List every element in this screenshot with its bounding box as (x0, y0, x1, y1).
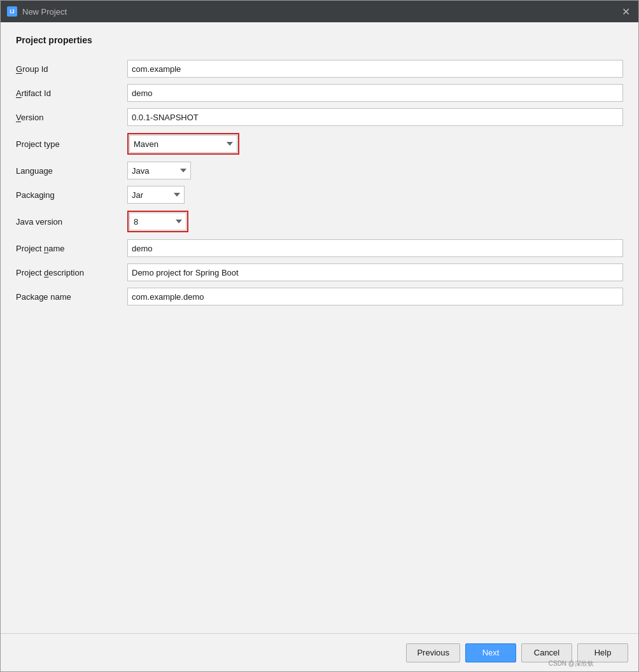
language-select[interactable]: Java Kotlin Groovy (127, 162, 191, 179)
package-name-label: Package name (16, 292, 127, 302)
watermark: CSDN @深欣钦 (549, 659, 594, 668)
package-name-input[interactable] (127, 288, 623, 305)
close-button[interactable]: ✕ (619, 5, 632, 18)
dialog-title: New Project (22, 7, 67, 17)
title-bar: IJ New Project ✕ (1, 1, 638, 22)
project-description-label: Project description (16, 268, 127, 277)
app-icon: IJ (7, 6, 17, 17)
java-version-label: Java version (16, 217, 127, 227)
content-area: Project properties Group Id Artifact Id … (1, 22, 638, 633)
package-name-row: Package name (16, 284, 623, 309)
packaging-select[interactable]: Jar War (127, 186, 185, 204)
group-id-label: Group Id (16, 64, 127, 74)
language-label: Language (16, 166, 127, 176)
java-version-row: Java version 8 11 17 21 (16, 208, 623, 235)
project-type-highlight: Maven Gradle (127, 133, 239, 155)
language-row: Language Java Kotlin Groovy (16, 158, 623, 183)
version-label: Version (16, 113, 127, 122)
java-version-highlight: 8 11 17 21 (127, 211, 188, 232)
project-type-label: Project type (16, 139, 127, 149)
java-version-select[interactable]: 8 11 17 21 (129, 213, 186, 230)
packaging-row: Packaging Jar War (16, 183, 623, 207)
previous-button[interactable]: Previous (406, 643, 460, 662)
project-description-input[interactable] (127, 263, 623, 281)
new-project-dialog: IJ New Project ✕ Project properties Grou… (0, 0, 639, 672)
artifact-id-input[interactable] (127, 84, 623, 102)
form-grid: Group Id Artifact Id Version (16, 57, 623, 309)
group-id-row: Group Id (16, 57, 623, 81)
footer-bar: Previous Next Cancel Help (1, 633, 638, 671)
artifact-id-label: Artifact Id (16, 88, 127, 98)
project-type-select[interactable]: Maven Gradle (129, 135, 237, 153)
packaging-label: Packaging (16, 190, 127, 200)
version-input[interactable] (127, 108, 623, 126)
project-type-row: Project type Maven Gradle (16, 130, 623, 157)
project-name-row: Project name (16, 236, 623, 260)
project-name-label: Project name (16, 244, 127, 253)
artifact-id-row: Artifact Id (16, 81, 623, 105)
project-description-row: Project description (16, 260, 623, 284)
next-button[interactable]: Next (465, 643, 516, 662)
project-name-input[interactable] (127, 239, 623, 257)
group-id-input[interactable] (127, 60, 623, 78)
version-row: Version (16, 105, 623, 129)
section-title: Project properties (16, 35, 623, 45)
title-bar-left: IJ New Project (7, 6, 67, 17)
